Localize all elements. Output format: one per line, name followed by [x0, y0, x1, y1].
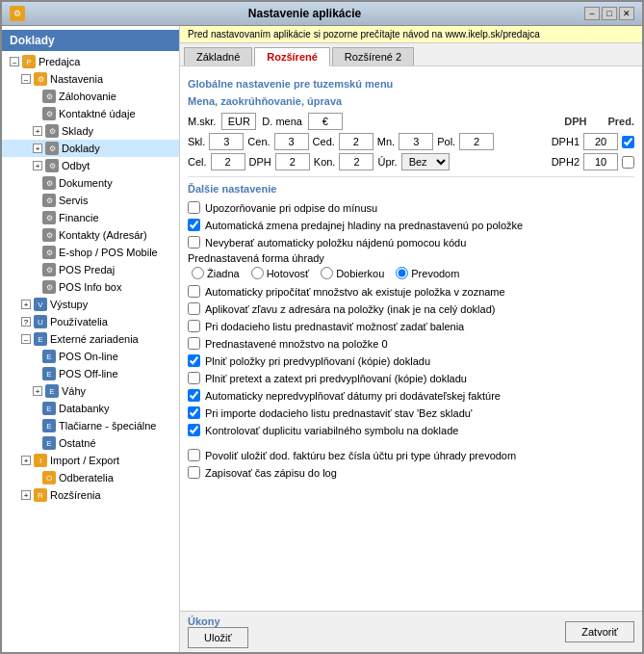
- sidebar-item-kontakty[interactable]: ⚙ Kontakty (Adresár): [2, 226, 179, 244]
- nevyber-checkbox[interactable]: [188, 236, 200, 249]
- nastavenia-icon: ⚙: [34, 72, 47, 86]
- radio-prevodom-input[interactable]: [396, 267, 408, 279]
- pri-importe-checkbox[interactable]: [188, 406, 200, 419]
- povolit-checkbox[interactable]: [188, 449, 200, 461]
- skl-input[interactable]: [209, 133, 244, 150]
- sidebar-item-odbyt[interactable]: + ⚙ Odbyt: [2, 157, 179, 174]
- dph2-checkbox[interactable]: [622, 156, 634, 169]
- aplikovat-checkbox[interactable]: [188, 302, 200, 315]
- sidebar-item-tlaciarme[interactable]: E Tlačiarne - špeciálne: [2, 417, 179, 434]
- sidebar-item-financie[interactable]: ⚙ Financie: [2, 209, 179, 226]
- rozsirenia-icon: R: [34, 488, 47, 502]
- mn-input[interactable]: [399, 133, 433, 150]
- pol-input[interactable]: [459, 133, 494, 150]
- dmena-input[interactable]: [308, 113, 343, 130]
- expand-icon: +: [33, 144, 42, 153]
- aplikovat-label: Aplikovať zľavu z adresára na položky (i…: [205, 303, 495, 315]
- sidebar-item-nastavenia[interactable]: – ⚙ Nastavenia: [2, 70, 179, 88]
- item-icon: ⚙: [42, 280, 56, 294]
- auto-nepredvyplnovat-checkbox[interactable]: [188, 389, 200, 402]
- minimize-button[interactable]: –: [584, 7, 600, 20]
- title-bar: ⚙ Nastavenie aplikácie – □ ✕: [2, 2, 642, 26]
- dph1-input[interactable]: [583, 133, 618, 150]
- sidebar-item-pos-info-box[interactable]: ⚙ POS Info box: [2, 278, 179, 296]
- zapisovat-checkbox[interactable]: [188, 466, 200, 479]
- save-button[interactable]: Uložiť: [188, 627, 248, 648]
- sidebar-item-odberatelia[interactable]: O Odberatelia: [2, 469, 179, 486]
- item-icon: E: [42, 367, 56, 380]
- sidebar-item-vahy[interactable]: + E Váhy: [2, 382, 179, 400]
- sidebar-item-kontaktne[interactable]: ⚙ Kontaktné údaje: [2, 105, 179, 122]
- sidebar-item-import-export[interactable]: + I Import / Export: [2, 452, 179, 469]
- sidebar-item-label: POS On-line: [59, 351, 118, 362]
- pred-header-label: Pred.: [607, 116, 634, 127]
- dph2-input[interactable]: [583, 153, 618, 170]
- auto-mnozstvo-label: Automaticky pripočítať množstvo ak exist…: [205, 286, 505, 298]
- kon-input[interactable]: [339, 153, 374, 170]
- dph1-checkbox[interactable]: [622, 136, 634, 148]
- sidebar-item-label: Výstupy: [50, 299, 88, 310]
- sidebar-item-pos-predaj[interactable]: ⚙ POS Predaj: [2, 261, 179, 278]
- kontrolovat-checkbox[interactable]: [188, 424, 200, 436]
- checkbox-aplikovat: Aplikovať zľavu z adresára na položky (i…: [188, 301, 634, 316]
- expand-icon: +: [33, 161, 42, 170]
- tab-zakladne[interactable]: Základné: [184, 47, 252, 65]
- sidebar-item-pos-offline[interactable]: E POS Off-line: [2, 365, 179, 382]
- cen-input[interactable]: [274, 133, 309, 150]
- upr-select[interactable]: Bez úprav Nahor Nadol: [401, 153, 450, 170]
- nevyber-label: Nevyberať automaticky položku nájdenú po…: [205, 237, 466, 249]
- vystupy-icon: V: [34, 298, 47, 311]
- sidebar-item-eshop[interactable]: ⚙ E-shop / POS Mobile: [2, 244, 179, 261]
- sidebar-item-doklady[interactable]: + ⚙ Doklady: [2, 140, 179, 157]
- sidebar-item-vystupy[interactable]: + V Výstupy: [2, 296, 179, 313]
- sidebar-item-zalohovanie[interactable]: ⚙ Zálohovanie: [2, 88, 179, 105]
- prednastavene-mnozstvo-checkbox[interactable]: [188, 337, 200, 350]
- tab-label: Rozšírené: [267, 51, 318, 63]
- close-button[interactable]: ✕: [619, 7, 634, 20]
- prednastavene-mnozstvo-label: Prednastavené množstvo na položke 0: [205, 338, 388, 350]
- sidebar-item-rozsirenia[interactable]: + R Rozšírenia: [2, 486, 179, 504]
- sidebar-item-sklady[interactable]: + ⚙ Sklady: [2, 122, 179, 140]
- ced-input[interactable]: [339, 133, 374, 150]
- sidebar-item-servis[interactable]: ⚙ Servis: [2, 192, 179, 209]
- close-button[interactable]: Zatvoriť: [565, 621, 634, 642]
- radio-ziadna-input[interactable]: [192, 267, 204, 279]
- cel-input[interactable]: [211, 153, 245, 170]
- sidebar-item-label: E-shop / POS Mobile: [59, 247, 158, 258]
- sidebar-item-label: Predajca: [39, 56, 80, 67]
- checkbox-pri-importe: Pri importe dodacieho listu prednastaviť…: [188, 405, 634, 420]
- plnit-polozky-checkbox[interactable]: [188, 354, 200, 367]
- sidebar-item-predajca[interactable]: – P Predajca: [2, 53, 179, 70]
- mskr-input[interactable]: [221, 113, 256, 130]
- radio-dobierkou-input[interactable]: [321, 267, 333, 279]
- sidebar-item-pos-online[interactable]: E POS On-line: [2, 348, 179, 365]
- tab-rozsirene[interactable]: Rozšírené: [254, 47, 330, 66]
- dph-header-label: DPH: [564, 116, 586, 127]
- auto-mnozstvo-checkbox[interactable]: [188, 285, 200, 298]
- sidebar-item-databanky[interactable]: E Databanky: [2, 400, 179, 417]
- sidebar-item-pouzivatelia[interactable]: ? U Používatelia: [2, 313, 179, 330]
- sidebar-item-ostatne2[interactable]: E Ostatné: [2, 434, 179, 452]
- checkbox-neponukat: Pri dodacieho listu prednastaviť možnosť…: [188, 319, 634, 333]
- upoz-checkbox[interactable]: [188, 201, 200, 214]
- checkbox-kontrolovat: Kontrolovať duplicitu variabilného symbo…: [188, 423, 634, 437]
- maximize-button[interactable]: □: [602, 7, 617, 20]
- window-controls: – □ ✕: [584, 7, 634, 20]
- plnit-pretext-checkbox[interactable]: [188, 372, 200, 384]
- tab-rozsirene2[interactable]: Rozšírené 2: [332, 47, 414, 65]
- dph-row2-input[interactable]: [275, 153, 310, 170]
- auto-zmena-checkbox[interactable]: [188, 219, 200, 231]
- checkbox-auto-mnozstvo: Automaticky pripočítať množstvo ak exist…: [188, 284, 634, 299]
- zapisovat-label: Zapisovať čas zápisu do log: [205, 467, 337, 479]
- radio-hotovost-input[interactable]: [251, 267, 264, 279]
- expand-icon: +: [33, 126, 42, 136]
- sidebar-item-dokumenty[interactable]: ⚙ Dokumenty: [2, 174, 179, 192]
- mena-section-title: Mena, zaokrúhňovanie, úprava: [188, 95, 634, 107]
- radio-hotovost-label: Hotovosť: [267, 268, 309, 279]
- sidebar-item-externe[interactable]: – E Externé zariadenia: [2, 330, 179, 348]
- plnit-polozky-label: Plniť položky pri predvyplňovaní (kópie)…: [205, 355, 430, 367]
- checkbox-prednastavene-mnozstvo: Prednastavené množstvo na položke 0: [188, 336, 634, 351]
- item-icon: ⚙: [42, 90, 56, 103]
- neponukat-checkbox[interactable]: [188, 320, 200, 332]
- right-panel: Pred nastavovaním aplikácie si pozorne p…: [180, 26, 642, 652]
